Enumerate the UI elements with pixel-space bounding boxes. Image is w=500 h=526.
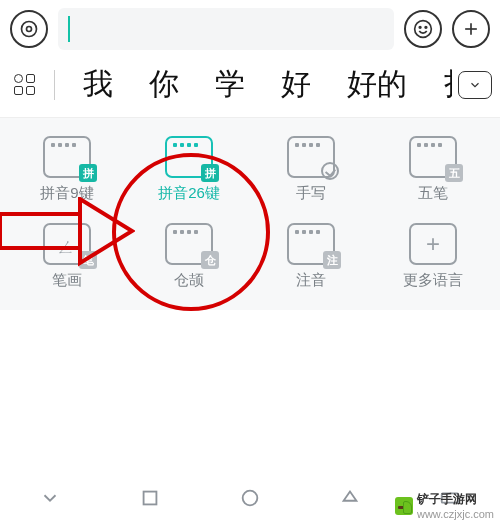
keyboard-icon: 仓 bbox=[165, 223, 213, 265]
watermark-name: 铲子手游网 bbox=[417, 491, 494, 508]
candidate-list: 我 你 学 好 好的 扌 bbox=[65, 64, 452, 105]
keyboard-layout-option[interactable]: + 更多语言 bbox=[383, 223, 483, 290]
keyboard-icon: 注 bbox=[287, 223, 335, 265]
keyboard-label: 拼音9键 bbox=[40, 184, 93, 203]
keyboard-label: 更多语言 bbox=[403, 271, 463, 290]
keyboard-layout-option[interactable]: ㄥ笔 笔画 bbox=[17, 223, 117, 290]
keyboard-layout-option[interactable]: 拼 拼音26键 bbox=[139, 136, 239, 203]
keyboard-icon bbox=[287, 136, 335, 178]
watermark: 铲子手游网 www.czjxjc.com bbox=[395, 491, 494, 520]
candidate-item[interactable]: 好 bbox=[263, 64, 329, 105]
svg-point-1 bbox=[27, 27, 32, 32]
svg-point-10 bbox=[243, 491, 258, 506]
app-grid-icon[interactable] bbox=[10, 71, 38, 99]
plus-icon[interactable] bbox=[452, 10, 490, 48]
watermark-url: www.czjxjc.com bbox=[417, 508, 494, 520]
candidate-bar: 我 你 学 好 好的 扌 bbox=[0, 60, 500, 118]
emoji-icon[interactable] bbox=[404, 10, 442, 48]
keyboard-layout-option[interactable]: 注 注音 bbox=[261, 223, 361, 290]
caret bbox=[68, 16, 70, 42]
layout-row: 拼 拼音9键 拼 拼音26键 手写 五 五笔 bbox=[0, 126, 500, 213]
keyboard-label: 手写 bbox=[296, 184, 326, 203]
text-input[interactable] bbox=[58, 8, 394, 50]
keyboard-icon: 五 bbox=[409, 136, 457, 178]
nav-back-icon[interactable] bbox=[339, 487, 361, 509]
keyboard-layout-option[interactable]: 五 五笔 bbox=[383, 136, 483, 203]
expand-candidates-button[interactable] bbox=[458, 71, 492, 99]
keyboard-label: 拼音26键 bbox=[158, 184, 220, 203]
keyboard-layout-option[interactable]: 仓 仓颉 bbox=[139, 223, 239, 290]
keyboard-layout-option[interactable]: 拼 拼音9键 bbox=[17, 136, 117, 203]
candidate-item[interactable]: 你 bbox=[131, 64, 197, 105]
keyboard-label: 笔画 bbox=[52, 271, 82, 290]
watermark-logo-icon bbox=[395, 497, 413, 515]
keyboard-icon: ㄥ笔 bbox=[43, 223, 91, 265]
keyboard-label: 五笔 bbox=[418, 184, 448, 203]
svg-rect-9 bbox=[144, 492, 157, 505]
keyboard-icon: 拼 bbox=[43, 136, 91, 178]
svg-point-4 bbox=[425, 27, 427, 29]
svg-point-3 bbox=[419, 27, 421, 29]
candidate-item[interactable]: 扌 bbox=[425, 64, 452, 105]
candidate-item[interactable]: 我 bbox=[65, 64, 131, 105]
svg-point-0 bbox=[22, 22, 37, 37]
keyboard-icon: 拼 bbox=[165, 136, 213, 178]
svg-marker-11 bbox=[344, 492, 357, 501]
svg-point-2 bbox=[415, 21, 432, 38]
keyboard-label: 仓颉 bbox=[174, 271, 204, 290]
keyboard-layout-panel: 拼 拼音9键 拼 拼音26键 手写 五 五笔 ㄥ笔 笔画 仓 仓颉 注 注音 +… bbox=[0, 118, 500, 310]
top-bar bbox=[0, 0, 500, 60]
nav-recent-icon[interactable] bbox=[139, 487, 161, 509]
nav-menu-icon[interactable] bbox=[39, 487, 61, 509]
nav-home-icon[interactable] bbox=[239, 487, 261, 509]
target-icon[interactable] bbox=[10, 10, 48, 48]
keyboard-icon: + bbox=[409, 223, 457, 265]
candidate-item[interactable]: 好的 bbox=[329, 64, 425, 105]
layout-row: ㄥ笔 笔画 仓 仓颉 注 注音 + 更多语言 bbox=[0, 213, 500, 300]
keyboard-label: 注音 bbox=[296, 271, 326, 290]
candidate-item[interactable]: 学 bbox=[197, 64, 263, 105]
divider bbox=[54, 70, 55, 100]
keyboard-layout-option[interactable]: 手写 bbox=[261, 136, 361, 203]
